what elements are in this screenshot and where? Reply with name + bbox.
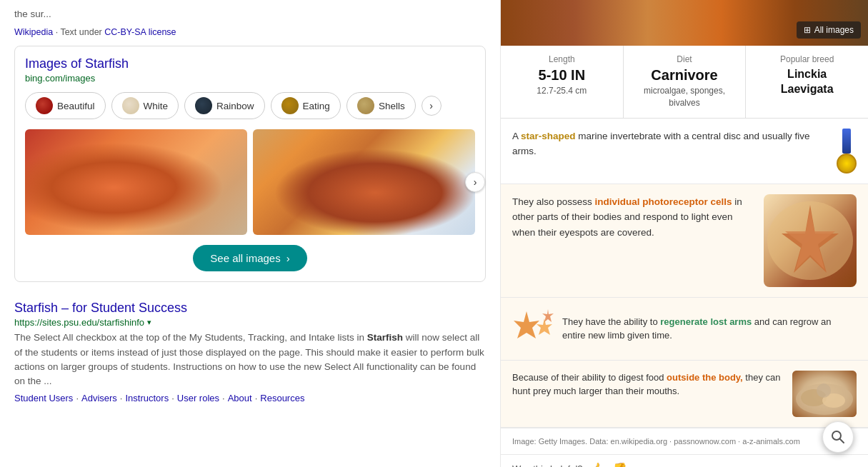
images-card-source: bing.com/images (25, 73, 475, 84)
info-row: Length 5-10 IN 12.7-25.4 cm Diet Carnivo… (501, 46, 868, 119)
thumbs-up-button[interactable]: 👍 (589, 461, 606, 467)
see-all-arrow-icon: › (286, 252, 290, 264)
length-value: 5-10 IN (508, 67, 616, 84)
diet-detail: microalgae, sponges, bivalves (631, 85, 739, 109)
thumbs-down-button[interactable]: 👎 (612, 461, 629, 467)
search-fab-button[interactable] (822, 421, 854, 453)
kp-helpful: Was this helpful? 👍 👎 (501, 454, 868, 467)
white-icon (122, 97, 139, 114)
wiki-text: the sur... (14, 7, 486, 21)
images-card-title[interactable]: Images of Starfish (25, 56, 475, 71)
filter-label-eating: Eating (303, 101, 330, 111)
fact-outside-body: Because of their ability to digest food … (501, 361, 868, 428)
filter-label-beautiful: Beautiful (57, 101, 95, 111)
result-url-dropdown-icon[interactable]: ▾ (147, 318, 151, 327)
fact-photoreceptor-text: They also possess individual photorecept… (512, 194, 757, 241)
chevron-right-icon: › (429, 100, 433, 111)
svg-marker-3 (514, 311, 539, 338)
snippet-highlight: Starfish (367, 332, 403, 343)
result-link-advisers[interactable]: Advisers (81, 393, 117, 403)
right-panel: ⊞ All images Length 5-10 IN 12.7-25.4 cm… (500, 0, 868, 467)
see-all-button[interactable]: See all images › (193, 245, 306, 271)
all-images-button[interactable]: ⊞ All images (797, 21, 861, 39)
result-link-sep-1: · (120, 393, 123, 403)
kp-footer: Image: Getty Images. Data: en.wikipedia.… (501, 428, 868, 455)
wiki-separator: · (56, 27, 58, 37)
carousel-next-button[interactable]: › (465, 172, 485, 192)
starfish-overlay-left (25, 129, 247, 235)
filter-row: Beautiful White Rainbow Eating Shells › (25, 92, 475, 119)
breed-label: Popular breed (753, 54, 861, 64)
length-label: Length (508, 54, 616, 64)
info-card-breed: Popular breed LinckiaLaevigata (746, 46, 868, 118)
see-all-wrap: See all images › (25, 245, 475, 271)
outside-text-before: Because of their ability to digest food (512, 372, 667, 383)
result-url: https://sites.psu.edu/starfishinfo (14, 317, 144, 328)
filter-pill-shells[interactable]: Shells (346, 92, 416, 119)
snippet-before: The Select All checkbox at the top of th… (14, 332, 367, 343)
regen-text: They have the ability to regenerate lost… (562, 315, 857, 343)
result-title[interactable]: Starfish – for Student Success (14, 301, 486, 316)
carousel-chevron-icon: › (474, 176, 477, 188)
result-link-sep-0: · (76, 393, 79, 403)
highlight-outside: outside the body, (667, 372, 743, 383)
filter-next-button[interactable]: › (421, 96, 442, 116)
result-link-student-users[interactable]: Student Users (14, 393, 73, 403)
shells-icon (357, 97, 374, 114)
rainbow-icon (195, 97, 212, 114)
wikipedia-link[interactable]: Wikipedia (14, 27, 53, 37)
starfish-small-icon (512, 308, 555, 350)
diet-value: Carnivore (631, 67, 739, 84)
helpful-label: Was this helpful? (512, 463, 583, 467)
result-snippet: The Select All checkbox at the top of th… (14, 331, 486, 388)
result-link-sep-4: · (255, 393, 258, 403)
medal-illustration (837, 129, 857, 174)
regen-starfish-svg (512, 308, 555, 343)
fact-star-shaped: A star-shaped marine invertebrate with a… (501, 119, 868, 184)
starfish-image-left[interactable] (25, 129, 247, 235)
filter-label-white: White (144, 101, 169, 111)
cc-license-link[interactable]: CC-BY-SA license (104, 27, 176, 37)
filter-pill-eating[interactable]: Eating (271, 92, 341, 119)
highlight-photoreceptor: individual photoreceptor cells (595, 196, 732, 207)
see-all-label: See all images (210, 252, 280, 264)
svg-point-10 (832, 431, 841, 440)
highlight-regen: regenerate lost arms (660, 316, 752, 327)
search-fab-icon (831, 430, 845, 444)
fact-star-shaped-text: A star-shaped marine invertebrate with a… (512, 129, 829, 159)
info-card-length: Length 5-10 IN 12.7-25.4 cm (501, 46, 624, 118)
result-links: Student Users · Advisers · Instructors ·… (14, 393, 486, 403)
fact-regenerate: They have the ability to regenerate lost… (501, 298, 868, 361)
svg-marker-5 (542, 309, 554, 322)
highlight-star-shaped: star-shaped (521, 131, 576, 141)
filter-pill-beautiful[interactable]: Beautiful (25, 92, 106, 119)
result-link-about[interactable]: About (228, 393, 252, 403)
medal-circle (837, 154, 857, 174)
result-link-instructors[interactable]: Instructors (125, 393, 169, 403)
top-image-area: ⊞ All images (501, 0, 868, 46)
outside-text: Because of their ability to digest food … (512, 371, 784, 417)
wiki-license-prefix: Text under (60, 27, 101, 37)
fact-photoreceptor: They also possess individual photorecept… (501, 184, 868, 298)
wiki-snippet: the sur... Wikipedia · Text under CC-BY-… (14, 0, 486, 46)
eating-icon (281, 97, 299, 114)
wiki-source: Wikipedia · Text under CC-BY-SA license (14, 27, 176, 37)
filter-pill-rainbow[interactable]: Rainbow (184, 92, 265, 119)
result-link-resources[interactable]: Resources (260, 393, 304, 403)
left-panel: the sur... Wikipedia · Text under CC-BY-… (0, 0, 500, 467)
image-grid-icon: ⊞ (804, 25, 811, 35)
medal-ribbon (842, 129, 851, 154)
beautiful-icon (36, 97, 53, 114)
result-link-user-roles[interactable]: User roles (177, 393, 219, 403)
info-card-diet: Diet Carnivore microalgae, sponges, biva… (624, 46, 747, 118)
shells-photo (792, 371, 857, 417)
filter-label-shells: Shells (379, 101, 405, 111)
starfish-photo (764, 194, 857, 287)
all-images-label: All images (814, 25, 854, 35)
search-result: Starfish – for Student Success https://s… (14, 293, 486, 403)
starfish-image-right[interactable] (253, 129, 475, 235)
svg-line-11 (840, 439, 844, 443)
filter-pill-white[interactable]: White (111, 92, 179, 119)
result-link-sep-3: · (222, 393, 225, 403)
result-url-row: https://sites.psu.edu/starfishinfo ▾ (14, 317, 486, 328)
